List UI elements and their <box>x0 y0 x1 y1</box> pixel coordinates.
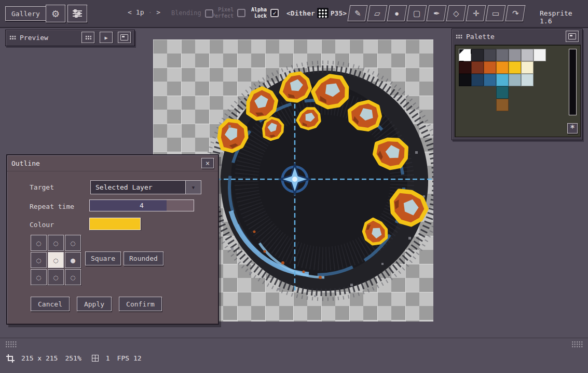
brush-separator: · <box>148 8 152 16</box>
statusbar-info: 215 x 215 251% 1 FPS 12 <box>6 354 142 362</box>
color-swatch[interactable] <box>471 74 484 86</box>
pen-icon: ✒ <box>433 9 440 18</box>
color-swatch[interactable] <box>471 61 484 74</box>
statusbar-grip-left-icon[interactable] <box>5 341 17 348</box>
alpha-lock-checkbox[interactable]: ✓ <box>270 9 279 17</box>
color-swatch[interactable] <box>509 61 521 74</box>
colour-picker-swatch[interactable] <box>89 218 141 230</box>
target-dropdown-value: Selected Layer <box>91 183 185 191</box>
blending-control: Blending <box>171 9 213 18</box>
brush-increase-button[interactable]: > <box>156 8 160 16</box>
dither-next-button[interactable]: P35> <box>331 9 347 17</box>
statusbar-grip-right-icon[interactable] <box>571 341 583 348</box>
color-swatch[interactable] <box>521 49 534 61</box>
brush-size-control: < 1p · > <box>128 8 160 16</box>
color-swatch[interactable] <box>484 74 496 86</box>
tool-fill-button[interactable]: ● <box>387 5 407 21</box>
pencil-icon: ✎ <box>354 9 361 18</box>
color-swatch[interactable] <box>496 99 509 111</box>
outline-dialog-header[interactable]: Outline × <box>7 155 218 171</box>
dashed-circle-icon: ◌ <box>71 273 75 282</box>
rotate-arrow-icon: ↷ <box>512 9 519 18</box>
fill-circle-icon: ● <box>394 9 399 18</box>
sliders-icon <box>73 9 82 18</box>
color-swatch[interactable] <box>471 49 484 61</box>
direction-cell[interactable]: ◌ <box>31 235 47 251</box>
dither-pattern-icon[interactable] <box>317 8 329 18</box>
palette-body: * <box>455 45 581 137</box>
preview-window-button[interactable] <box>118 32 131 43</box>
color-swatch[interactable] <box>459 74 471 86</box>
color-swatch[interactable] <box>521 74 534 86</box>
color-swatch[interactable] <box>459 49 471 61</box>
rounded-outline-button[interactable]: Rounded <box>124 251 163 265</box>
adjustments-button[interactable] <box>67 5 87 22</box>
tool-marquee-button[interactable]: ▢ <box>407 5 427 21</box>
color-swatch[interactable] <box>484 49 496 61</box>
square-outline-button[interactable]: Square <box>85 251 121 265</box>
direction-cell[interactable]: ◌ <box>65 269 81 285</box>
dither-prev-button[interactable]: <Dither <box>286 9 315 17</box>
pixel-perfect-checkbox[interactable] <box>237 9 245 17</box>
outline-dialog: Outline × Target Selected Layer ▼ Repeat… <box>6 154 219 325</box>
direction-cell-selected[interactable]: ◌ <box>48 252 64 268</box>
direction-cell[interactable]: ◌ <box>48 269 64 285</box>
color-swatch[interactable] <box>509 49 521 61</box>
tool-pen-button[interactable]: ✒ <box>427 5 447 21</box>
repeat-time-value: 4 <box>90 200 194 211</box>
app-version-label: Resprite 1.6 <box>540 9 588 25</box>
tool-pencil-button[interactable]: ✎ <box>348 5 368 21</box>
preview-grid-button[interactable] <box>81 32 94 43</box>
grid-icon <box>85 35 91 39</box>
preview-panel: Preview ▶ <box>5 30 135 46</box>
direction-cell[interactable]: ◌ <box>31 269 47 285</box>
repeat-time-slider[interactable]: 4 <box>89 199 194 211</box>
color-swatch[interactable] <box>534 49 546 61</box>
color-swatch[interactable] <box>496 49 509 61</box>
palette-add-color-button[interactable]: * <box>567 123 578 134</box>
apply-button[interactable]: Apply <box>77 297 112 311</box>
color-swatch[interactable] <box>509 74 521 86</box>
app-window: Gallery ⚙ < 1p · > Blending <box>0 0 588 373</box>
tool-diamond-button[interactable]: ◇ <box>446 5 467 21</box>
color-swatch[interactable] <box>484 61 496 74</box>
tool-rotate-button[interactable]: ↷ <box>505 5 526 21</box>
palette-scrollbar[interactable] <box>569 49 577 115</box>
palette-window-button[interactable] <box>566 31 579 42</box>
confirm-button[interactable]: Confirm <box>119 297 162 311</box>
canvas-size-icon <box>6 354 14 362</box>
direction-cell[interactable]: ◌ <box>65 235 81 251</box>
palette-swatch-grid <box>459 49 546 111</box>
dashed-circle-icon: ◌ <box>36 273 41 282</box>
tool-strip: ✎ ▱ ● ▢ ✒ ◇ ✛ ▭ ↷ <box>349 5 524 21</box>
chevron-down-icon: ▼ <box>185 181 201 194</box>
tool-eraser-button[interactable]: ▱ <box>367 5 388 21</box>
brush-size-value: 1p <box>136 8 144 16</box>
color-swatch[interactable] <box>459 61 471 74</box>
color-swatch[interactable] <box>496 74 509 86</box>
direction-cell[interactable]: ◌ <box>31 252 47 268</box>
zoom-level-value: 251% <box>65 354 81 362</box>
cancel-button[interactable]: Cancel <box>31 297 70 311</box>
dither-control: <Dither P35> <box>286 8 347 18</box>
dialog-close-button[interactable]: × <box>201 158 214 168</box>
preview-play-button[interactable]: ▶ <box>100 32 113 43</box>
blending-label: Blending <box>171 10 201 17</box>
brush-decrease-button[interactable]: < <box>128 8 132 16</box>
tool-move-button[interactable]: ✛ <box>466 5 486 21</box>
direction-cell[interactable]: ● <box>65 252 81 268</box>
dashed-circle-icon: ◌ <box>53 273 58 282</box>
color-swatch[interactable] <box>521 61 534 74</box>
color-swatch[interactable] <box>496 86 509 99</box>
screen-icon <box>120 34 128 41</box>
color-swatch[interactable] <box>496 61 509 74</box>
canvas-size-value: 215 x 215 <box>21 354 58 362</box>
target-dropdown[interactable]: Selected Layer ▼ <box>90 180 201 194</box>
tool-rectangle-button[interactable]: ▭ <box>486 5 506 21</box>
direction-cell[interactable]: ◌ <box>48 235 64 251</box>
settings-button[interactable]: ⚙ <box>46 5 65 22</box>
gallery-button[interactable]: Gallery <box>5 6 46 21</box>
dashed-circle-icon: ◌ <box>53 256 58 265</box>
dashed-circle-icon: ◌ <box>36 238 41 248</box>
frames-icon <box>92 355 99 362</box>
